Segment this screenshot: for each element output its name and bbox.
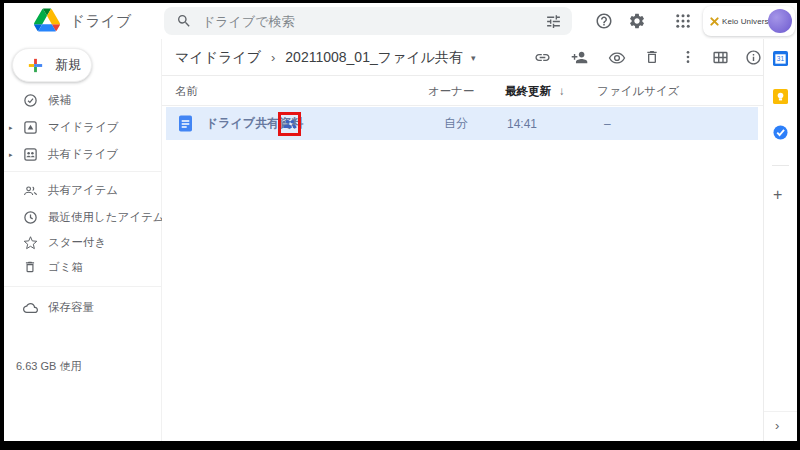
file-owner: 自分 xyxy=(444,115,468,132)
sidebar-item-label: マイドライブ xyxy=(48,120,119,135)
hide-panel-chevron-icon[interactable]: › xyxy=(775,418,779,433)
clock-icon xyxy=(23,210,38,225)
column-header-name[interactable]: 名前 xyxy=(175,76,198,106)
sidebar-item-priority[interactable]: 候補 xyxy=(4,87,161,114)
apps-grid-icon[interactable] xyxy=(674,12,692,30)
google-keep-icon[interactable] xyxy=(773,89,788,104)
sidebar-item-trash[interactable]: ゴミ箱 xyxy=(4,254,161,281)
google-drive-window: ドライブ Keio University xyxy=(4,3,797,441)
breadcrumb-toolbar-row: マイドライブ › 20211008_01_ファイル共有 ▾ xyxy=(162,39,763,76)
breadcrumb-my-drive[interactable]: マイドライブ xyxy=(175,49,261,67)
get-link-icon[interactable] xyxy=(534,49,551,66)
annotation-red-box xyxy=(278,112,301,136)
breadcrumb: マイドライブ › 20211008_01_ファイル共有 ▾ xyxy=(175,39,476,76)
google-tasks-icon[interactable] xyxy=(773,125,788,140)
shared-people-icon xyxy=(283,118,297,130)
panel-divider xyxy=(772,165,789,166)
new-button[interactable]: 新規 xyxy=(12,48,92,82)
column-header-modified[interactable]: 最終更新 xyxy=(505,76,551,106)
search-bar[interactable] xyxy=(164,7,572,35)
sidebar-divider xyxy=(4,286,162,287)
sidebar-item-label: 候補 xyxy=(48,93,71,108)
multicolor-plus-icon xyxy=(26,56,45,75)
avatar[interactable] xyxy=(768,9,792,33)
delete-trash-icon[interactable] xyxy=(644,49,661,66)
file-size: – xyxy=(604,117,611,131)
search-icon[interactable] xyxy=(176,13,192,29)
sidebar-item-recent[interactable]: 最近使用したアイテム xyxy=(4,204,161,231)
sidebar-item-shared-with-me[interactable]: 共有アイテム xyxy=(4,177,161,204)
svg-text:31: 31 xyxy=(777,55,785,62)
expand-arrow-icon[interactable]: ▸ xyxy=(9,151,13,159)
grid-view-icon[interactable] xyxy=(712,49,729,66)
star-icon xyxy=(23,235,38,250)
sidebar-item-label: 共有ドライブ xyxy=(48,147,118,162)
left-sidebar: 新規 候補 ▸ マイドライブ ▸ 共有ドライブ xyxy=(4,39,162,441)
check-circle-icon xyxy=(23,93,38,108)
breadcrumb-separator-icon: › xyxy=(271,50,275,65)
sidebar-divider xyxy=(4,171,162,172)
share-person-add-icon[interactable] xyxy=(571,49,588,66)
search-options-icon[interactable] xyxy=(545,13,562,30)
sidebar-item-label: スター付き xyxy=(48,235,106,250)
app-title: ドライブ xyxy=(70,3,131,39)
my-drive-icon xyxy=(23,120,38,135)
trash-icon xyxy=(23,260,38,275)
column-header-size[interactable]: ファイルサイズ xyxy=(597,76,679,106)
people-icon xyxy=(23,183,38,198)
main-content: マイドライブ › 20211008_01_ファイル共有 ▾ xyxy=(162,39,763,441)
search-input[interactable] xyxy=(202,14,545,29)
drive-logo-icon[interactable] xyxy=(34,8,60,32)
sidebar-item-label: 共有アイテム xyxy=(48,183,118,198)
right-side-panel: 31 + › xyxy=(763,39,797,441)
settings-gear-icon[interactable] xyxy=(628,12,646,30)
sidebar-item-storage[interactable]: 保存容量 xyxy=(4,294,161,321)
sidebar-item-starred[interactable]: スター付き xyxy=(4,229,161,256)
panel-bottom-strip: › xyxy=(764,411,797,441)
sidebar-item-my-drive[interactable]: ▸ マイドライブ xyxy=(4,114,161,141)
expand-arrow-icon[interactable]: ▸ xyxy=(9,124,13,132)
top-app-bar: ドライブ Keio University xyxy=(4,3,797,39)
sidebar-item-label: 保存容量 xyxy=(48,300,94,315)
more-options-icon[interactable] xyxy=(680,49,697,66)
google-calendar-icon[interactable]: 31 xyxy=(773,51,788,66)
sort-direction-icon[interactable]: ↓ xyxy=(559,76,565,106)
storage-used-text: 6.63 GB 使用 xyxy=(16,359,81,374)
help-icon[interactable] xyxy=(595,12,613,30)
sidebar-item-shared-drives[interactable]: ▸ 共有ドライブ xyxy=(4,141,161,168)
folder-menu-caret-icon[interactable]: ▾ xyxy=(471,53,476,63)
google-docs-file-icon xyxy=(178,115,193,132)
get-add-ons-icon[interactable]: + xyxy=(773,187,782,203)
account-badge[interactable]: Keio University xyxy=(703,6,795,36)
info-icon[interactable] xyxy=(745,49,762,66)
shared-drive-icon xyxy=(23,147,38,162)
file-row-selected[interactable]: ドライブ共有資料 自分 14:41 – xyxy=(166,107,758,140)
breadcrumb-current-folder[interactable]: 20211008_01_ファイル共有 xyxy=(285,49,463,67)
cloud-icon xyxy=(23,300,38,315)
keio-emblem-icon xyxy=(710,17,719,26)
new-button-label: 新規 xyxy=(55,56,81,74)
file-list-header: 名前 オーナー 最終更新 ↓ ファイルサイズ xyxy=(162,76,763,106)
sidebar-item-label: ゴミ箱 xyxy=(48,260,83,275)
column-header-owner[interactable]: オーナー xyxy=(428,76,475,106)
file-modified-time: 14:41 xyxy=(507,117,537,131)
preview-eye-icon[interactable] xyxy=(608,49,625,66)
sidebar-item-label: 最近使用したアイテム xyxy=(48,210,165,225)
